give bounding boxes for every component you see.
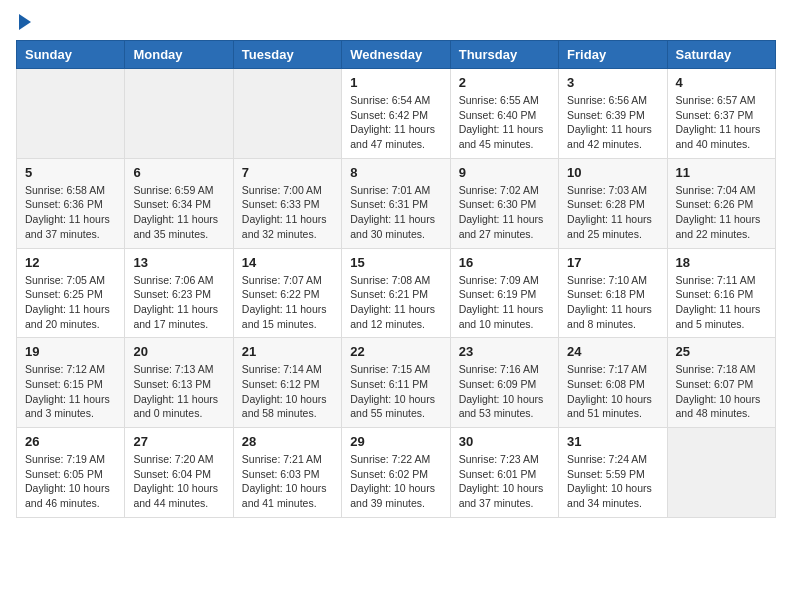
day-content: Sunrise: 6:54 AM Sunset: 6:42 PM Dayligh… (350, 93, 441, 152)
day-number: 9 (459, 165, 550, 180)
day-content: Sunrise: 7:15 AM Sunset: 6:11 PM Dayligh… (350, 362, 441, 421)
calendar-cell: 17Sunrise: 7:10 AM Sunset: 6:18 PM Dayli… (559, 248, 667, 338)
calendar-cell (125, 69, 233, 159)
calendar-cell: 3Sunrise: 6:56 AM Sunset: 6:39 PM Daylig… (559, 69, 667, 159)
calendar-cell: 18Sunrise: 7:11 AM Sunset: 6:16 PM Dayli… (667, 248, 775, 338)
day-content: Sunrise: 7:04 AM Sunset: 6:26 PM Dayligh… (676, 183, 767, 242)
calendar-cell: 25Sunrise: 7:18 AM Sunset: 6:07 PM Dayli… (667, 338, 775, 428)
calendar-cell: 9Sunrise: 7:02 AM Sunset: 6:30 PM Daylig… (450, 158, 558, 248)
calendar-cell: 31Sunrise: 7:24 AM Sunset: 5:59 PM Dayli… (559, 428, 667, 518)
day-content: Sunrise: 7:05 AM Sunset: 6:25 PM Dayligh… (25, 273, 116, 332)
weekday-header-monday: Monday (125, 41, 233, 69)
calendar-cell: 11Sunrise: 7:04 AM Sunset: 6:26 PM Dayli… (667, 158, 775, 248)
day-number: 24 (567, 344, 658, 359)
day-content: Sunrise: 7:19 AM Sunset: 6:05 PM Dayligh… (25, 452, 116, 511)
day-content: Sunrise: 6:56 AM Sunset: 6:39 PM Dayligh… (567, 93, 658, 152)
day-content: Sunrise: 6:57 AM Sunset: 6:37 PM Dayligh… (676, 93, 767, 152)
day-content: Sunrise: 7:24 AM Sunset: 5:59 PM Dayligh… (567, 452, 658, 511)
day-content: Sunrise: 7:10 AM Sunset: 6:18 PM Dayligh… (567, 273, 658, 332)
weekday-header-sunday: Sunday (17, 41, 125, 69)
calendar-week-row: 26Sunrise: 7:19 AM Sunset: 6:05 PM Dayli… (17, 428, 776, 518)
calendar-cell: 23Sunrise: 7:16 AM Sunset: 6:09 PM Dayli… (450, 338, 558, 428)
day-number: 10 (567, 165, 658, 180)
logo-arrow-icon (19, 14, 31, 30)
calendar-cell: 10Sunrise: 7:03 AM Sunset: 6:28 PM Dayli… (559, 158, 667, 248)
day-content: Sunrise: 7:07 AM Sunset: 6:22 PM Dayligh… (242, 273, 333, 332)
calendar-cell: 30Sunrise: 7:23 AM Sunset: 6:01 PM Dayli… (450, 428, 558, 518)
calendar-cell: 29Sunrise: 7:22 AM Sunset: 6:02 PM Dayli… (342, 428, 450, 518)
day-number: 22 (350, 344, 441, 359)
day-number: 8 (350, 165, 441, 180)
weekday-header-tuesday: Tuesday (233, 41, 341, 69)
day-number: 28 (242, 434, 333, 449)
day-content: Sunrise: 7:06 AM Sunset: 6:23 PM Dayligh… (133, 273, 224, 332)
day-content: Sunrise: 7:22 AM Sunset: 6:02 PM Dayligh… (350, 452, 441, 511)
day-number: 17 (567, 255, 658, 270)
day-number: 30 (459, 434, 550, 449)
day-content: Sunrise: 7:23 AM Sunset: 6:01 PM Dayligh… (459, 452, 550, 511)
day-number: 27 (133, 434, 224, 449)
day-number: 7 (242, 165, 333, 180)
calendar-cell: 2Sunrise: 6:55 AM Sunset: 6:40 PM Daylig… (450, 69, 558, 159)
calendar-cell: 14Sunrise: 7:07 AM Sunset: 6:22 PM Dayli… (233, 248, 341, 338)
day-number: 25 (676, 344, 767, 359)
day-number: 5 (25, 165, 116, 180)
header (16, 16, 776, 30)
calendar-cell: 20Sunrise: 7:13 AM Sunset: 6:13 PM Dayli… (125, 338, 233, 428)
day-content: Sunrise: 6:59 AM Sunset: 6:34 PM Dayligh… (133, 183, 224, 242)
calendar-cell: 19Sunrise: 7:12 AM Sunset: 6:15 PM Dayli… (17, 338, 125, 428)
day-number: 26 (25, 434, 116, 449)
calendar-week-row: 5Sunrise: 6:58 AM Sunset: 6:36 PM Daylig… (17, 158, 776, 248)
calendar-cell (233, 69, 341, 159)
calendar-cell: 4Sunrise: 6:57 AM Sunset: 6:37 PM Daylig… (667, 69, 775, 159)
calendar-cell: 21Sunrise: 7:14 AM Sunset: 6:12 PM Dayli… (233, 338, 341, 428)
day-content: Sunrise: 7:01 AM Sunset: 6:31 PM Dayligh… (350, 183, 441, 242)
day-content: Sunrise: 7:20 AM Sunset: 6:04 PM Dayligh… (133, 452, 224, 511)
weekday-header-thursday: Thursday (450, 41, 558, 69)
day-content: Sunrise: 6:55 AM Sunset: 6:40 PM Dayligh… (459, 93, 550, 152)
day-content: Sunrise: 7:18 AM Sunset: 6:07 PM Dayligh… (676, 362, 767, 421)
day-content: Sunrise: 7:02 AM Sunset: 6:30 PM Dayligh… (459, 183, 550, 242)
day-number: 29 (350, 434, 441, 449)
calendar-cell: 26Sunrise: 7:19 AM Sunset: 6:05 PM Dayli… (17, 428, 125, 518)
logo (16, 16, 31, 30)
day-number: 4 (676, 75, 767, 90)
day-content: Sunrise: 7:14 AM Sunset: 6:12 PM Dayligh… (242, 362, 333, 421)
day-number: 18 (676, 255, 767, 270)
day-number: 12 (25, 255, 116, 270)
day-number: 13 (133, 255, 224, 270)
calendar-cell (667, 428, 775, 518)
calendar-cell (17, 69, 125, 159)
calendar-cell: 24Sunrise: 7:17 AM Sunset: 6:08 PM Dayli… (559, 338, 667, 428)
day-number: 15 (350, 255, 441, 270)
day-content: Sunrise: 7:12 AM Sunset: 6:15 PM Dayligh… (25, 362, 116, 421)
day-content: Sunrise: 7:21 AM Sunset: 6:03 PM Dayligh… (242, 452, 333, 511)
day-number: 16 (459, 255, 550, 270)
day-number: 31 (567, 434, 658, 449)
calendar-cell: 13Sunrise: 7:06 AM Sunset: 6:23 PM Dayli… (125, 248, 233, 338)
day-content: Sunrise: 7:16 AM Sunset: 6:09 PM Dayligh… (459, 362, 550, 421)
day-number: 1 (350, 75, 441, 90)
calendar-cell: 22Sunrise: 7:15 AM Sunset: 6:11 PM Dayli… (342, 338, 450, 428)
calendar-cell: 1Sunrise: 6:54 AM Sunset: 6:42 PM Daylig… (342, 69, 450, 159)
calendar-cell: 5Sunrise: 6:58 AM Sunset: 6:36 PM Daylig… (17, 158, 125, 248)
day-number: 23 (459, 344, 550, 359)
day-content: Sunrise: 6:58 AM Sunset: 6:36 PM Dayligh… (25, 183, 116, 242)
calendar-cell: 27Sunrise: 7:20 AM Sunset: 6:04 PM Dayli… (125, 428, 233, 518)
day-content: Sunrise: 7:09 AM Sunset: 6:19 PM Dayligh… (459, 273, 550, 332)
calendar-cell: 15Sunrise: 7:08 AM Sunset: 6:21 PM Dayli… (342, 248, 450, 338)
day-number: 3 (567, 75, 658, 90)
day-content: Sunrise: 7:03 AM Sunset: 6:28 PM Dayligh… (567, 183, 658, 242)
calendar-week-row: 1Sunrise: 6:54 AM Sunset: 6:42 PM Daylig… (17, 69, 776, 159)
day-number: 6 (133, 165, 224, 180)
day-number: 2 (459, 75, 550, 90)
calendar-table: SundayMondayTuesdayWednesdayThursdayFrid… (16, 40, 776, 518)
calendar-week-row: 19Sunrise: 7:12 AM Sunset: 6:15 PM Dayli… (17, 338, 776, 428)
calendar-cell: 16Sunrise: 7:09 AM Sunset: 6:19 PM Dayli… (450, 248, 558, 338)
day-content: Sunrise: 7:00 AM Sunset: 6:33 PM Dayligh… (242, 183, 333, 242)
day-content: Sunrise: 7:17 AM Sunset: 6:08 PM Dayligh… (567, 362, 658, 421)
day-number: 11 (676, 165, 767, 180)
day-number: 21 (242, 344, 333, 359)
calendar-cell: 6Sunrise: 6:59 AM Sunset: 6:34 PM Daylig… (125, 158, 233, 248)
calendar-cell: 7Sunrise: 7:00 AM Sunset: 6:33 PM Daylig… (233, 158, 341, 248)
